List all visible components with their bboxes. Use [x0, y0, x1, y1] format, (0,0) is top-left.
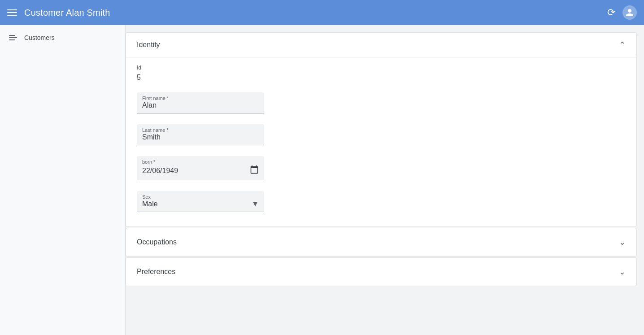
occupations-section-title: Occupations	[137, 238, 177, 246]
account-icon[interactable]	[622, 5, 637, 20]
preferences-collapse-icon: ⌄	[619, 267, 626, 277]
preferences-section-title: Preferences	[137, 268, 175, 276]
preferences-section: Preferences ⌄	[126, 257, 637, 286]
identity-section-title: Identity	[137, 41, 160, 49]
page-title: Customer Alan Smith	[24, 8, 607, 18]
first-name-field[interactable]: First name *	[137, 92, 264, 113]
list-icon	[9, 35, 17, 40]
sex-field-inner: Male ▼	[142, 200, 259, 208]
sex-field[interactable]: Sex Male ▼	[137, 191, 264, 212]
sex-value: Male	[142, 200, 252, 208]
content-area: Identity ⌃ Id 5 First name * Last name *	[126, 25, 644, 335]
occupations-section-header[interactable]: Occupations ⌄	[126, 228, 636, 256]
refresh-icon[interactable]: ⟳	[607, 7, 615, 18]
calendar-icon[interactable]	[250, 165, 259, 176]
born-field[interactable]: born * 22/06/1949	[137, 156, 264, 180]
id-label: Id	[137, 65, 626, 71]
sex-label: Sex	[142, 194, 151, 200]
last-name-field[interactable]: Last name *	[137, 124, 264, 145]
last-name-label: Last name *	[142, 127, 169, 133]
born-label: born *	[142, 159, 155, 165]
first-name-input[interactable]	[142, 101, 259, 109]
sex-dropdown-icon: ▼	[252, 200, 259, 208]
identity-section-content: Id 5 First name * Last name * born *	[126, 57, 636, 226]
born-field-inner: 22/06/1949	[142, 165, 259, 176]
identity-section-header[interactable]: Identity ⌃	[126, 33, 636, 57]
sidebar-item-customers[interactable]: Customers	[0, 29, 125, 47]
last-name-input[interactable]	[142, 133, 259, 141]
menu-icon[interactable]	[7, 9, 17, 16]
occupations-collapse-icon: ⌄	[619, 237, 626, 247]
sidebar-item-label: Customers	[24, 34, 55, 41]
identity-section: Identity ⌃ Id 5 First name * Last name *	[126, 32, 637, 227]
id-value: 5	[137, 74, 626, 82]
born-value: 22/06/1949	[142, 167, 250, 175]
occupations-section: Occupations ⌄	[126, 228, 637, 257]
preferences-section-header[interactable]: Preferences ⌄	[126, 258, 636, 286]
app-header: Customer Alan Smith ⟳	[0, 0, 644, 25]
main-layout: Customers Identity ⌃ Id 5 First name *	[0, 25, 644, 335]
first-name-label: First name *	[142, 96, 169, 101]
id-field-group: Id 5	[137, 65, 626, 82]
sidebar: Customers	[0, 25, 126, 335]
identity-collapse-icon: ⌃	[619, 40, 626, 50]
header-actions: ⟳	[607, 5, 637, 20]
